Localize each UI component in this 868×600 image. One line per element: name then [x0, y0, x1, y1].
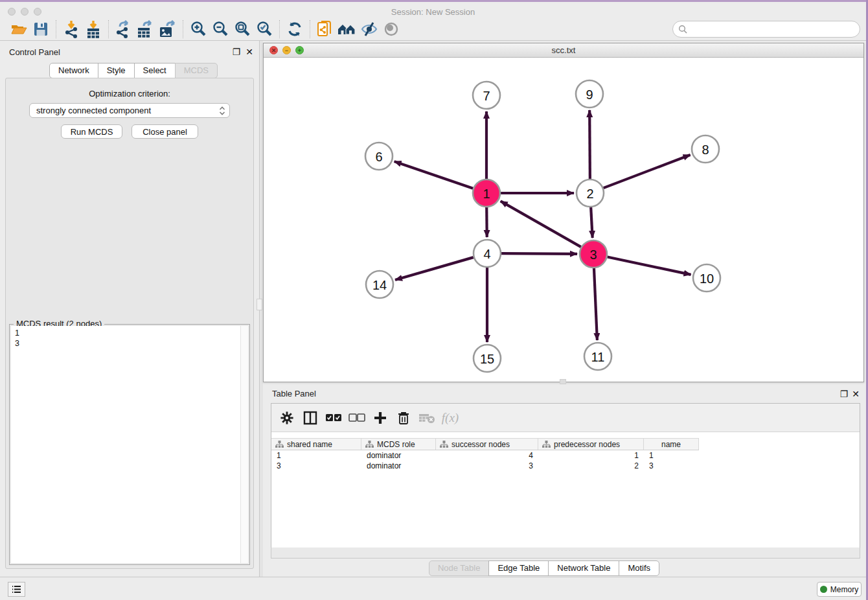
export-table-icon	[136, 20, 155, 38]
export-network-button[interactable]	[113, 19, 135, 39]
table-row[interactable]: 1dominator411	[271, 450, 860, 461]
task-history-button[interactable]	[8, 582, 25, 597]
table-cell[interactable]: 3	[436, 461, 538, 471]
control-panel-float-button[interactable]: ❐	[232, 47, 241, 57]
node-label: 7	[483, 89, 490, 103]
hide-selected-button[interactable]	[358, 19, 380, 39]
mcds-result-text[interactable]: 1 3	[11, 326, 248, 563]
memory-button[interactable]: Memory	[817, 582, 862, 597]
table-rows: 1dominator4113dominator323	[271, 450, 860, 471]
new-network-from-selection-button[interactable]	[314, 19, 336, 39]
table-cell[interactable]: dominator	[361, 461, 436, 471]
import-network-button[interactable]	[60, 19, 82, 39]
run-mcds-button[interactable]: Run MCDS	[61, 124, 122, 139]
zoom-in-button[interactable]	[187, 19, 209, 39]
control-panel-close-button[interactable]: ✕	[245, 47, 254, 57]
table-cell[interactable]: 1	[644, 450, 699, 461]
edge-2-3[interactable]	[591, 207, 593, 238]
edge-4-14[interactable]	[395, 257, 474, 280]
network-graph-canvas[interactable]: 7968124314101511	[264, 58, 863, 382]
tab-network[interactable]: Network	[49, 63, 98, 78]
edge-4-3[interactable]	[501, 253, 577, 254]
tab-mcds[interactable]: MCDS	[175, 63, 218, 78]
tab-network-table[interactable]: Network Table	[548, 560, 619, 576]
list-icon	[12, 585, 21, 594]
function-builder-button[interactable]: f(x)	[440, 408, 461, 428]
graph-node-7[interactable]: 7	[473, 82, 500, 109]
graph-node-14[interactable]: 14	[366, 271, 393, 298]
tab-style[interactable]: Style	[98, 63, 135, 78]
table-tabs: Node TableEdge TableNetwork TableMotifs	[429, 560, 659, 576]
criterion-select[interactable]: strongly connected component	[29, 103, 230, 118]
zoom-selected-button[interactable]	[253, 19, 275, 39]
main-titlebar: Session: New Session	[0, 2, 866, 17]
graph-node-9[interactable]: 9	[576, 80, 603, 108]
column-header-name[interactable]: name	[644, 439, 699, 450]
column-header-predecessor-nodes[interactable]: predecessor nodes	[538, 439, 644, 450]
graph-node-1[interactable]: 1	[473, 179, 500, 207]
table-cell[interactable]: 4	[436, 450, 538, 461]
table-row[interactable]: 3dominator323	[271, 461, 860, 471]
tab-select[interactable]: Select	[134, 63, 176, 78]
column-header-shared-name[interactable]: shared name	[271, 439, 361, 450]
table-cell[interactable]: 1	[538, 450, 644, 461]
table-panel-close-button[interactable]: ✕	[851, 389, 860, 399]
table-cell[interactable]: 1	[271, 450, 361, 461]
export-image-button[interactable]	[157, 19, 179, 39]
graph-node-11[interactable]: 11	[584, 343, 611, 370]
add-column-button[interactable]	[370, 408, 391, 428]
table-options-button[interactable]	[277, 408, 297, 428]
export-network-icon	[115, 20, 133, 38]
import-table-button[interactable]	[82, 19, 104, 39]
edge-3-11[interactable]	[594, 268, 597, 340]
search-icon	[678, 25, 688, 34]
delete-columns-button[interactable]	[393, 408, 414, 428]
delete-table-button[interactable]	[417, 408, 437, 428]
fx-icon: f(x)	[442, 411, 459, 425]
graph-node-10[interactable]: 10	[693, 264, 720, 292]
network-window-titlebar[interactable]: ✕ − + scc.txt	[264, 43, 863, 58]
first-neighbors-button[interactable]	[336, 19, 358, 39]
unselect-all-columns-button[interactable]	[347, 408, 367, 428]
table-cell[interactable]: dominator	[361, 450, 436, 461]
apply-layout-button[interactable]	[284, 19, 306, 39]
edge-3-10[interactable]	[608, 257, 691, 275]
vertical-splitter-grip[interactable]	[257, 299, 262, 310]
tab-edge-table[interactable]: Edge Table	[488, 560, 549, 576]
close-panel-button[interactable]: Close panel	[131, 124, 198, 139]
search-input[interactable]	[688, 25, 850, 34]
edge-3-1[interactable]	[501, 201, 581, 247]
column-header-successor-nodes[interactable]: successor nodes	[436, 439, 538, 450]
show-all-button[interactable]	[380, 19, 402, 39]
graph-node-8[interactable]: 8	[692, 135, 719, 163]
tab-node-table[interactable]: Node Table	[429, 560, 490, 576]
export-table-button[interactable]	[135, 19, 157, 39]
column-header-MCDS-role[interactable]: MCDS role	[361, 439, 436, 450]
graph-node-4[interactable]: 4	[474, 240, 501, 267]
select-all-columns-button[interactable]	[323, 408, 344, 428]
graph-node-6[interactable]: 6	[365, 143, 393, 170]
import-network-icon	[63, 20, 80, 38]
graph-node-15[interactable]: 15	[474, 345, 501, 372]
table-panel-float-button[interactable]: ❐	[839, 389, 849, 399]
import-table-icon	[85, 20, 102, 38]
zoom-out-button[interactable]	[209, 19, 231, 39]
table-header-row: shared nameMCDS rolesuccessor nodesprede…	[271, 438, 699, 450]
horizontal-splitter-grip[interactable]	[560, 379, 566, 384]
table-cell[interactable]: 3	[644, 461, 699, 471]
mcds-result-scrollbar[interactable]	[240, 326, 248, 563]
edge-2-8[interactable]	[604, 155, 691, 188]
table-cell[interactable]: 2	[538, 461, 644, 471]
show-columns-button[interactable]	[300, 408, 321, 428]
save-session-button[interactable]	[30, 19, 52, 39]
tab-motifs[interactable]: Motifs	[619, 560, 659, 576]
graph-node-3[interactable]: 3	[580, 240, 607, 268]
table-cell[interactable]: 3	[271, 461, 361, 471]
edge-2-9[interactable]	[589, 110, 590, 179]
open-session-button[interactable]	[8, 19, 30, 39]
graph-node-2[interactable]: 2	[577, 179, 604, 207]
search-field[interactable]	[672, 21, 860, 38]
optimization-criterion-label: Optimization criterion:	[0, 89, 259, 98]
zoom-fit-button[interactable]	[231, 19, 253, 39]
edge-1-6[interactable]	[394, 161, 474, 189]
